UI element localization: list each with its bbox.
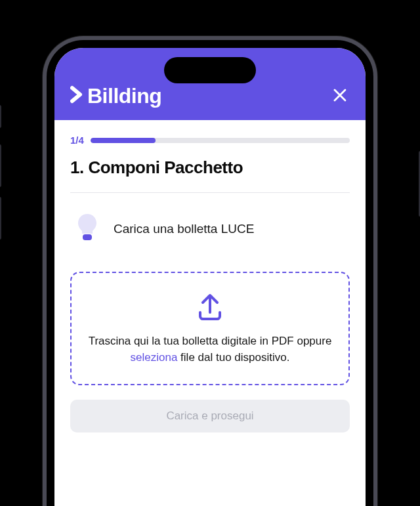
progress-fill [91,138,156,143]
progress-row: 1/4 [70,135,350,146]
lightbulb-icon [75,213,99,245]
progress-label: 1/4 [70,135,84,146]
svg-rect-0 [83,234,92,240]
close-icon [333,88,347,102]
dropzone-text-after: file dal tuo dispositivo. [177,351,289,364]
progress-track [91,138,350,143]
dropzone-select-link[interactable]: seleziona [131,351,178,364]
close-button[interactable] [330,85,350,108]
dynamic-island [164,57,256,83]
brand-chevron-icon [70,85,85,107]
brand-text: Billding [87,84,161,108]
hint-row: Carica una bolletta LUCE [70,213,350,245]
content-area: 1/4 1. Componi Pacchetto Carica una bol [54,120,366,432]
dropzone-text: Trascina qui la tua bolletta digitale in… [86,333,334,366]
phone-side-button [0,144,1,187]
phone-frame: Billding 1/4 1. Componi Pacchetto [43,36,377,506]
upload-submit-button[interactable]: Carica e prosegui [70,400,350,432]
app-screen: Billding 1/4 1. Componi Pacchetto [54,48,366,506]
brand-logo: Billding [70,84,161,108]
phone-bezel: Billding 1/4 1. Componi Pacchetto [47,40,373,506]
phone-side-button [0,105,1,128]
phone-side-button [0,197,1,240]
hint-text: Carica una bolletta LUCE [114,222,254,236]
divider [70,192,350,193]
dropzone-text-before: Trascina qui la tua bolletta digitale in… [89,335,332,347]
upload-icon [194,290,226,323]
page-title: 1. Componi Pacchetto [70,158,350,178]
upload-dropzone[interactable]: Trascina qui la tua bolletta digitale in… [70,272,350,385]
